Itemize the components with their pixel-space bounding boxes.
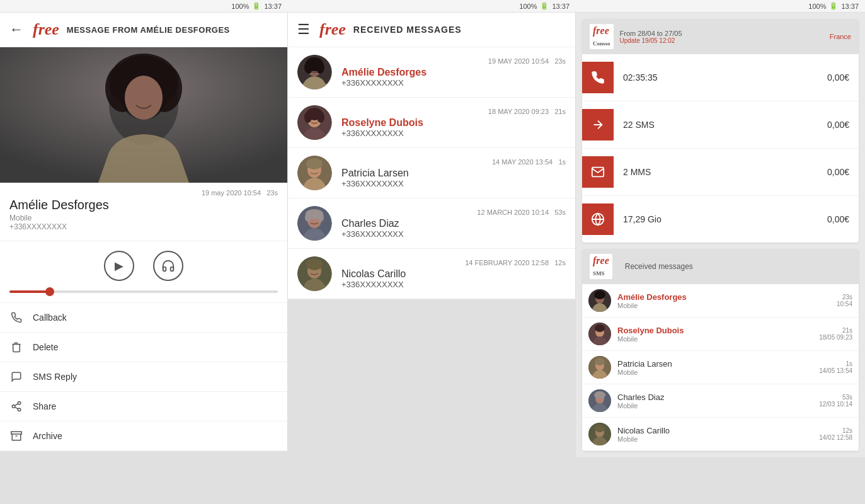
mini-msg-4[interactable]: Charles Diaz Mobile 53s 12/03 10:14: [582, 384, 859, 418]
sms-usage-value: 0,00€: [827, 120, 859, 130]
svg-point-7: [125, 76, 163, 120]
contact-date: 19 may 2020 10:54 23s: [9, 189, 278, 197]
share-label: Share: [33, 401, 56, 411]
mini-meta-2: 21s 18/05 09:23: [819, 327, 852, 341]
play-button[interactable]: ▶: [104, 251, 134, 281]
msg-number-3: +336XXXXXXXX: [341, 179, 566, 188]
panel1-time: 13:37: [264, 3, 282, 10]
message-content-4: 12 MARCH 2020 10:14 53s Charles Diaz +33…: [341, 209, 566, 239]
widget2-header-label: Received messages: [625, 262, 693, 271]
msg-number-2: +336XXXXXXXX: [341, 129, 566, 138]
headphone-button[interactable]: [153, 251, 183, 281]
msg-duration-5: 12s: [554, 259, 566, 266]
panel2-logo: free: [319, 20, 346, 39]
svg-point-9: [12, 405, 15, 408]
action-list: Callback Delete: [0, 303, 287, 451]
message-item-5[interactable]: 14 FEBRUARY 2020 12:58 12s Nicolas Caril…: [288, 249, 575, 299]
svg-line-12: [14, 404, 18, 406]
svg-point-24: [317, 112, 324, 123]
charles-avatar-img: [297, 206, 332, 241]
svg-point-32: [318, 213, 324, 222]
msg-number-4: +336XXXXXXXX: [341, 229, 566, 239]
player-section: ▶: [0, 241, 287, 303]
share-action[interactable]: Share: [0, 392, 287, 421]
contact-type: Mobile: [9, 214, 278, 222]
message-item-2[interactable]: 18 MAY 2020 09:23 21s Roselyne Dubois +3…: [288, 98, 575, 148]
mini-type-2: Mobile: [617, 335, 819, 343]
svg-point-31: [305, 213, 311, 222]
contact-name: Amélie Desforges: [9, 198, 278, 212]
mini-meta-3: 1s 14/05 13:54: [819, 360, 852, 374]
panel1-content: ← free MESSAGE FROM AMÉLIE DESFORGES: [0, 13, 288, 451]
archive-action[interactable]: Archive: [0, 421, 287, 451]
panel3-time: 13:37: [841, 3, 859, 10]
mini-name-4: Charles Diaz: [617, 392, 819, 402]
svg-rect-13: [11, 432, 22, 434]
message-item-1[interactable]: 19 MAY 2020 10:54 23s Amélie Desforges +…: [288, 47, 575, 98]
mini-name-5: Nicolas Carillo: [617, 426, 819, 435]
progress-bar[interactable]: [9, 290, 278, 293]
svg-point-8: [18, 402, 21, 405]
contact-photo: [0, 47, 287, 183]
msg-duration-3: 1s: [558, 158, 566, 166]
panel2-title: RECEIVED MESSAGES: [353, 25, 462, 35]
panel2-battery-icon: 🔋: [540, 2, 549, 10]
archive-label: Archive: [33, 431, 62, 441]
avatar-patricia: [297, 156, 332, 190]
mini-msg-3[interactable]: Patricia Larsen Mobile 1s 14/05 13:54: [582, 351, 859, 384]
avatar-roselyne: [297, 105, 332, 140]
panel1-header: ← free MESSAGE FROM AMÉLIE DESFORGES: [0, 13, 287, 47]
msg-duration-4: 53s: [554, 209, 566, 216]
mini-meta-1: 23s 10:54: [837, 294, 852, 307]
callback-action[interactable]: Callback: [0, 303, 287, 333]
mini-avatar-2: [588, 323, 611, 345]
mini-msg-5[interactable]: Nicolas Carillo Mobile 12s 14/02 12:58: [582, 418, 859, 451]
messages-widget-header: freeSMS Received messages: [582, 249, 859, 284]
mini-date-3: 14/05 13:54: [819, 367, 852, 374]
panel1-logo: free: [33, 20, 59, 39]
mini-duration-5: 12s: [819, 427, 852, 434]
mini-content-5: Nicolas Carillo Mobile: [617, 426, 819, 443]
message-item-3[interactable]: 14 MAY 2020 13:54 1s Patricia Larsen +33…: [288, 148, 575, 198]
mini-avatar-5: [588, 423, 611, 445]
avatar-amelie: [297, 55, 332, 89]
delete-action[interactable]: Delete: [0, 333, 287, 362]
message-content-1: 19 MAY 2020 10:54 23s Amélie Desforges +…: [341, 57, 566, 88]
mini-msg-1[interactable]: Amélie Desforges Mobile 23s 10:54: [582, 284, 859, 318]
widget1-update: Update 19/05 12:02: [620, 37, 682, 44]
back-button[interactable]: ←: [9, 21, 23, 38]
usage-sms-row: 22 SMS 0,00€: [582, 101, 859, 149]
msg-name-5: Nicolas Carillo: [341, 268, 566, 280]
progress-fill: [9, 290, 50, 293]
phone-icon: [9, 312, 23, 323]
web-usage-value: 0,00€: [827, 214, 859, 224]
msg-number-5: +336XXXXXXXX: [341, 280, 566, 289]
mini-duration-4: 53s: [819, 394, 852, 401]
sms-usage-label: 22 SMS: [614, 120, 827, 130]
mini-date-2: 18/05 09:23: [819, 334, 852, 341]
usage-web-row: 17,29 Gio 0,00€: [582, 196, 859, 243]
message-content-5: 14 FEBRUARY 2020 12:58 12s Nicolas Caril…: [341, 259, 566, 289]
msg-meta-4: 12 MARCH 2020 10:14 53s: [341, 209, 566, 216]
mini-date-4: 12/03 10:14: [819, 401, 852, 408]
panel2-header: ☰ free RECEIVED MESSAGES: [288, 13, 575, 47]
mini-type-5: Mobile: [617, 435, 819, 443]
svg-point-53: [595, 425, 605, 432]
message-item-4[interactable]: 12 MARCH 2020 10:14 53s Charles Diaz +33…: [288, 198, 575, 249]
svg-line-11: [14, 407, 18, 409]
usage-widget-header: freeConsso From 28/04 to 27/05 Update 19…: [582, 19, 859, 54]
mini-msg-2[interactable]: Roselyne Dubois Mobile 21s 18/05 09:23: [582, 318, 859, 351]
msg-date-5: 14 FEBRUARY 2020 12:58: [465, 259, 549, 266]
panel1-detail: 100% 🔋 13:37 ← free MESSAGE FROM AMÉLIE …: [0, 0, 288, 504]
menu-button[interactable]: ☰: [297, 21, 310, 38]
message-content-2: 18 MAY 2020 09:23 21s Roselyne Dubois +3…: [341, 108, 566, 138]
panel3-battery: 100%: [808, 3, 826, 10]
svg-point-35: [306, 259, 323, 270]
mini-date-5: 14/02 12:58: [819, 434, 852, 441]
svg-point-41: [594, 290, 605, 299]
msg-meta-3: 14 MAY 2020 13:54 1s: [341, 158, 566, 166]
msg-meta-1: 19 MAY 2020 10:54 23s: [341, 57, 566, 65]
sms-reply-action[interactable]: SMS Reply: [0, 362, 287, 392]
svg-point-44: [595, 324, 605, 332]
widget1-date-range: From 28/04 to 27/05: [620, 30, 682, 37]
